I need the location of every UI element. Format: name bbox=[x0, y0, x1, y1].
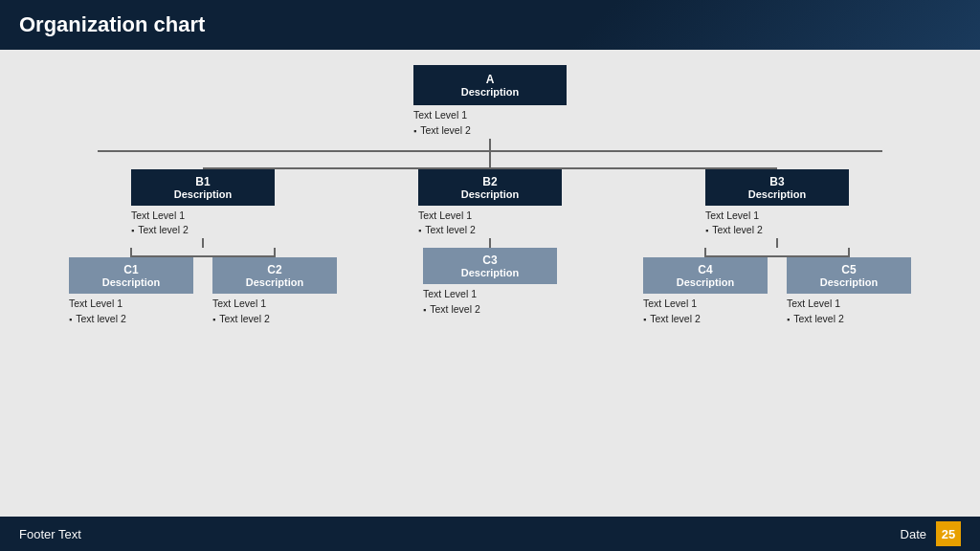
node-c4-text: Text Level 1 Text level 2 bbox=[643, 297, 768, 327]
node-c5-text1: Text Level 1 bbox=[787, 297, 911, 312]
node-c4-title: C4 bbox=[653, 263, 758, 276]
node-c4-text2: Text level 2 bbox=[643, 312, 768, 327]
node-b3-desc: Description bbox=[715, 188, 839, 200]
b-horizontal-bar bbox=[203, 167, 777, 169]
node-c3-text2: Text level 2 bbox=[423, 302, 557, 318]
node-c1-text: Text Level 1 Text level 2 bbox=[69, 297, 193, 327]
c-b1-row: C1 Description Text Level 1 Text level 2 bbox=[59, 248, 346, 327]
footer-text: Footer Text bbox=[19, 527, 81, 541]
footer: Footer Text Date 25 bbox=[0, 517, 980, 551]
node-c1-desc: Description bbox=[78, 276, 184, 288]
node-b2-title: B2 bbox=[428, 175, 552, 188]
b-nodes-row: B1 Description Text Level 1 Text level 2 bbox=[59, 169, 921, 327]
node-c1-text2: Text level 2 bbox=[69, 312, 193, 327]
node-c3-text1: Text Level 1 bbox=[423, 287, 557, 302]
node-b3: B3 Description bbox=[705, 169, 849, 206]
c4-group: C4 Description Text Level 1 Text level 2 bbox=[634, 248, 777, 327]
footer-date: Date bbox=[901, 527, 926, 541]
node-c5-text: Text Level 1 Text level 2 bbox=[787, 297, 911, 327]
c2-group: C2 Description Text Level 1 Text level 2 bbox=[203, 248, 346, 327]
main-content: A Description Text Level 1 Text level 2 bbox=[0, 50, 980, 517]
node-b3-text: Text Level 1 Text level 2 bbox=[705, 209, 849, 239]
node-c2-desc: Description bbox=[222, 276, 327, 288]
node-c4: C4 Description bbox=[643, 257, 768, 294]
node-b1-text2: Text level 2 bbox=[131, 223, 275, 238]
b1-column bbox=[98, 150, 882, 167]
node-a: A Description bbox=[413, 65, 567, 105]
node-b3-text1: Text Level 1 bbox=[705, 209, 849, 224]
node-a-desc: Description bbox=[423, 86, 557, 98]
node-b2-text1: Text Level 1 bbox=[418, 209, 562, 224]
node-c2-text1: Text Level 1 bbox=[212, 297, 337, 312]
node-c3-desc: Description bbox=[433, 267, 547, 278]
node-c3: C3 Description bbox=[423, 248, 557, 284]
footer-page-number: 25 bbox=[936, 521, 961, 546]
node-c3-title: C3 bbox=[433, 253, 547, 267]
footer-right: Date 25 bbox=[901, 521, 961, 546]
node-c5-text2: Text level 2 bbox=[787, 312, 911, 327]
node-b2-desc: Description bbox=[428, 188, 552, 200]
b1-group: B1 Description Text Level 1 Text level 2 bbox=[59, 169, 346, 327]
c1-group: C1 Description Text Level 1 Text level 2 bbox=[59, 248, 203, 327]
node-c3-text: Text Level 1 Text level 2 bbox=[423, 287, 557, 318]
node-c2-text2: Text level 2 bbox=[212, 312, 337, 327]
node-c4-desc: Description bbox=[653, 276, 758, 288]
node-b1-text: Text Level 1 Text level 2 bbox=[131, 209, 275, 239]
c-b3-row: C4 Description Text Level 1 Text level 2 bbox=[634, 248, 921, 327]
b3-group: B3 Description Text Level 1 Text level 2 bbox=[634, 169, 921, 327]
node-b3-title: B3 bbox=[715, 175, 839, 188]
node-c5: C5 Description bbox=[787, 257, 911, 294]
node-b3-text2: Text level 2 bbox=[705, 223, 849, 238]
node-c5-desc: Description bbox=[796, 276, 902, 288]
node-b1: B1 Description bbox=[131, 169, 275, 206]
node-a-text: Text Level 1 Text level 2 bbox=[413, 108, 567, 139]
node-b2-text2: Text level 2 bbox=[418, 223, 562, 238]
b-row-wrapper bbox=[98, 150, 882, 167]
node-c1: C1 Description bbox=[69, 257, 193, 294]
node-b2: B2 Description bbox=[418, 169, 562, 206]
node-a-text1: Text Level 1 bbox=[413, 108, 567, 123]
node-c5-title: C5 bbox=[796, 263, 902, 276]
node-c1-text1: Text Level 1 bbox=[69, 297, 193, 312]
node-a-area: A Description Text Level 1 Text level 2 bbox=[413, 65, 567, 150]
node-b1-desc: Description bbox=[141, 188, 265, 200]
c5-group: C5 Description Text Level 1 Text level 2 bbox=[777, 248, 921, 327]
conn-b2-down bbox=[489, 238, 491, 248]
node-c2-text: Text Level 1 Text level 2 bbox=[212, 297, 337, 327]
b2-group: B2 Description Text Level 1 Text level 2… bbox=[346, 169, 634, 318]
c3-group: C3 Description Text Level 1 Text level 2 bbox=[418, 248, 562, 318]
conn-b1-down bbox=[202, 238, 204, 248]
node-c1-title: C1 bbox=[78, 263, 184, 276]
node-a-text2: Text level 2 bbox=[413, 123, 567, 139]
conn-a-to-b bbox=[489, 139, 491, 150]
node-a-title: A bbox=[423, 73, 557, 86]
node-b2-text: Text Level 1 Text level 2 bbox=[418, 209, 562, 239]
b-level-section: B1 Description Text Level 1 Text level 2 bbox=[21, 150, 959, 327]
node-b1-title: B1 bbox=[141, 175, 265, 188]
node-c2: C2 Description bbox=[212, 257, 337, 294]
conn-b3-down bbox=[776, 238, 778, 248]
header: Organization chart bbox=[0, 0, 980, 50]
node-c4-text1: Text Level 1 bbox=[643, 297, 768, 312]
page-title: Organization chart bbox=[19, 12, 205, 37]
node-b1-text1: Text Level 1 bbox=[131, 209, 275, 224]
node-c2-title: C2 bbox=[222, 263, 327, 276]
org-chart: A Description Text Level 1 Text level 2 bbox=[21, 65, 959, 327]
